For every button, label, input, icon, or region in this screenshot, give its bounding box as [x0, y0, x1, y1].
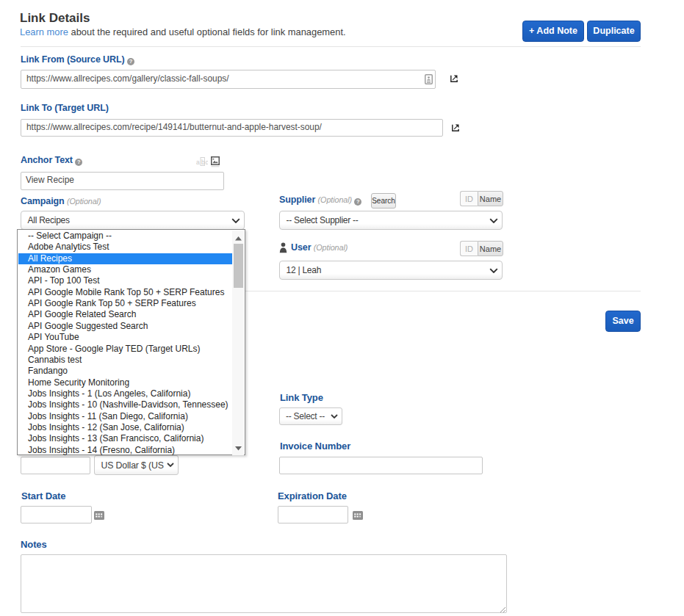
svg-text:c: c — [205, 159, 208, 166]
svg-text:a: a — [196, 159, 200, 166]
svg-text:b: b — [201, 159, 205, 166]
